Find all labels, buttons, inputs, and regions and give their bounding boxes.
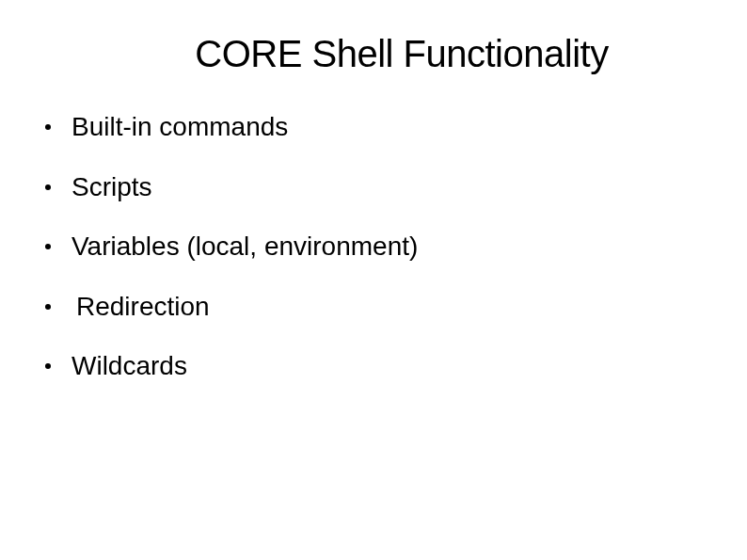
bullet-text: Scripts bbox=[72, 171, 152, 203]
bullet-text: Wildcards bbox=[72, 350, 187, 382]
slide-title: CORE Shell Functionality bbox=[94, 33, 709, 75]
bullet-icon bbox=[45, 304, 51, 310]
list-item: Variables (local, environment) bbox=[45, 231, 709, 263]
bullet-icon bbox=[45, 363, 51, 369]
bullet-list: Built-in commands Scripts Variables (loc… bbox=[38, 111, 709, 382]
bullet-icon bbox=[45, 124, 51, 130]
bullet-icon bbox=[45, 184, 51, 190]
bullet-icon bbox=[45, 244, 51, 249]
list-item: Scripts bbox=[45, 171, 709, 203]
list-item: Redirection bbox=[45, 291, 709, 323]
bullet-text: Built-in commands bbox=[72, 111, 288, 143]
list-item: Wildcards bbox=[45, 350, 709, 382]
bullet-text: Variables (local, environment) bbox=[72, 231, 418, 263]
slide-container: CORE Shell Functionality Built-in comman… bbox=[0, 0, 747, 560]
bullet-text: Redirection bbox=[72, 291, 210, 323]
list-item: Built-in commands bbox=[45, 111, 709, 143]
